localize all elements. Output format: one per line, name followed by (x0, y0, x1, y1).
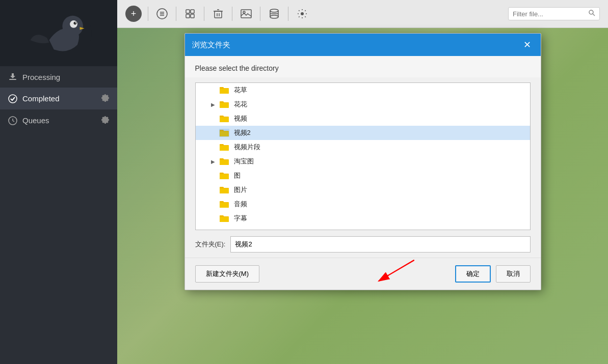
svg-rect-17 (191, 14, 194, 18)
svg-point-4 (75, 22, 76, 23)
tree-item-label: 图片 (234, 185, 247, 194)
folder-icon (219, 86, 229, 94)
search-input[interactable] (513, 10, 588, 18)
tree-item-tupian[interactable]: 图片 (196, 183, 530, 197)
folder-label: 文件夹(E): (195, 240, 226, 249)
cancel-button[interactable]: 取消 (496, 265, 531, 283)
expand-arrow: ▶ (211, 102, 219, 107)
toolbar-divider-6 (288, 7, 288, 21)
new-folder-button[interactable]: 新建文件夹(M) (195, 265, 260, 283)
footer-right-buttons: 确定 取消 (455, 265, 531, 283)
folder-icon (219, 172, 229, 180)
tree-item-label: 字幕 (234, 214, 247, 223)
browse-folder-dialog: 浏览文件夹 ✕ Please select the directory 花草▶ … (184, 33, 541, 290)
toolbar-list-icon[interactable] (154, 6, 170, 21)
tree-item-tu[interactable]: 图 (196, 169, 530, 183)
tree-item-shipin[interactable]: 视频 (196, 111, 530, 126)
file-tree[interactable]: 花草▶ 花花 视频 视频2 视频片段▶ 淘宝图 图 图片 音频 字幕 (195, 82, 531, 230)
tree-item-yinpin[interactable]: 音频 (196, 197, 530, 211)
sidebar-item-completed-label: Completed (22, 94, 101, 103)
dialog-title: 浏览文件夹 (192, 40, 230, 50)
svg-rect-15 (191, 10, 194, 13)
dialog-titlebar: 浏览文件夹 ✕ (185, 34, 541, 56)
svg-line-35 (379, 260, 414, 281)
svg-line-9 (13, 121, 14, 122)
dialog-overlay: 浏览文件夹 ✕ Please select the directory 花草▶ … (117, 28, 608, 364)
search-icon (588, 9, 595, 18)
tree-item-huahua[interactable]: ▶ 花花 (196, 97, 530, 111)
completed-gear-icon[interactable] (101, 94, 109, 103)
toolbar-settings-icon[interactable] (295, 6, 310, 21)
folder-icon (219, 200, 229, 208)
expand-arrow: ▶ (211, 159, 219, 164)
main-area: + (117, 0, 608, 364)
toolbar-image-icon[interactable] (239, 6, 254, 21)
svg-rect-14 (186, 10, 190, 13)
folder-path-row: 文件夹(E): (195, 236, 531, 253)
svg-rect-23 (241, 10, 251, 18)
tree-item-label: 淘宝图 (234, 157, 254, 166)
dialog-body: 花草▶ 花花 视频 视频2 视频片段▶ 淘宝图 图 图片 音频 字幕 (185, 77, 541, 258)
svg-rect-5 (9, 79, 16, 80)
sidebar-item-processing-label: Processing (22, 73, 109, 81)
tree-item-shipin2[interactable]: 视频2 (196, 126, 530, 140)
folder-icon (219, 214, 229, 222)
sidebar-item-queues[interactable]: Queues (0, 109, 117, 131)
folder-icon (219, 186, 229, 194)
tree-item-label: 花花 (234, 100, 247, 109)
svg-line-32 (593, 14, 595, 16)
tree-item-label: 花草 (234, 86, 247, 95)
folder-input[interactable] (230, 236, 530, 253)
add-button[interactable]: + (125, 6, 142, 22)
sidebar-item-queues-label: Queues (22, 116, 101, 125)
sidebar: Processing Completed Queues (0, 0, 117, 364)
tree-item-taobao[interactable]: ▶ 淘宝图 (196, 154, 530, 169)
svg-point-28 (270, 15, 278, 18)
dialog-footer: 新建文件夹(M) 确定 取消 (185, 258, 541, 290)
ok-button[interactable]: 确定 (455, 265, 491, 283)
tree-item-shipinpd[interactable]: 视频片段 (196, 140, 530, 154)
folder-icon (219, 143, 229, 151)
tree-item-label: 音频 (234, 200, 247, 209)
folder-icon (219, 115, 229, 123)
dialog-subtitle: Please select the directory (185, 56, 541, 77)
svg-rect-33 (219, 129, 229, 137)
toolbar-divider-2 (176, 7, 176, 21)
tree-item-label: 视频片段 (234, 143, 260, 152)
folder-icon (219, 129, 229, 137)
svg-point-30 (301, 12, 304, 15)
sidebar-item-processing[interactable]: Processing (0, 66, 117, 88)
svg-point-25 (270, 9, 278, 12)
queues-gear-icon[interactable] (101, 116, 109, 125)
toolbar-divider-3 (204, 7, 204, 21)
dialog-close-button[interactable]: ✕ (521, 39, 534, 51)
sidebar-item-completed[interactable]: Completed (0, 88, 117, 109)
svg-point-2 (70, 20, 77, 28)
svg-rect-16 (186, 14, 190, 18)
search-box (508, 7, 600, 20)
toolbar: + (117, 0, 608, 28)
toolbar-divider-1 (148, 7, 148, 21)
tree-item-label: 视频 (234, 114, 247, 123)
download-icon (8, 72, 17, 81)
svg-rect-18 (215, 11, 222, 18)
tree-item-label: 视频2 (234, 128, 251, 137)
toolbar-barrel-icon[interactable] (267, 6, 282, 21)
app-logo (0, 0, 117, 66)
svg-point-6 (9, 95, 17, 103)
tree-item-huacao[interactable]: 花草 (196, 83, 530, 97)
clock-icon (8, 116, 17, 125)
background-content: 浏览文件夹 ✕ Please select the directory 花草▶ … (117, 28, 608, 364)
check-circle-icon (8, 94, 17, 103)
toolbar-divider-4 (232, 7, 232, 21)
toolbar-grid-icon[interactable] (182, 6, 198, 21)
svg-point-3 (74, 22, 77, 25)
folder-icon (219, 157, 229, 165)
folder-icon (219, 100, 229, 108)
toolbar-divider-5 (260, 7, 260, 21)
toolbar-trash-icon[interactable] (210, 6, 226, 21)
tree-item-label: 图 (234, 171, 241, 180)
tree-item-zimu[interactable]: 字幕 (196, 211, 530, 226)
svg-point-31 (589, 10, 593, 14)
